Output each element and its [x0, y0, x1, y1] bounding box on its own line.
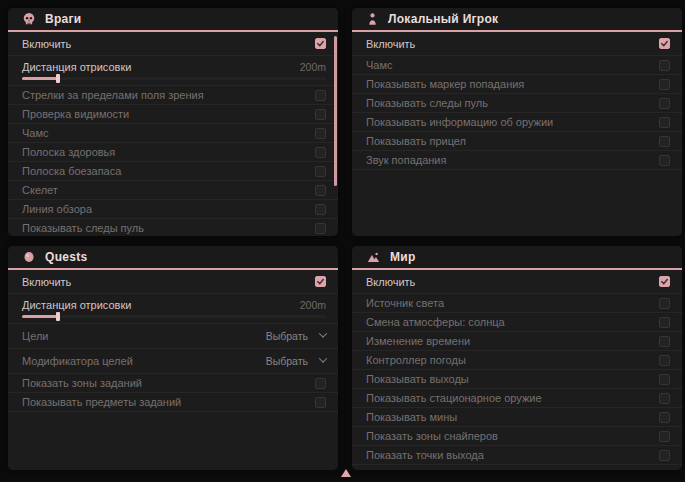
checkbox[interactable]: [315, 397, 326, 408]
row-toggle[interactable]: Показать зоны снайперов: [352, 427, 682, 446]
row-toggle[interactable]: Показывать информацию об оружии: [352, 113, 682, 132]
row-toggle[interactable]: Изменение времени: [352, 332, 682, 351]
panel-enemies: Враги ВключитьДистанция отрисовки200mСтр…: [8, 8, 338, 236]
checkbox[interactable]: [659, 355, 670, 366]
row-label: Показывать стационарное оружие: [366, 392, 542, 404]
checkbox[interactable]: [315, 128, 326, 139]
row-label: Показывать информацию об оружии: [366, 116, 553, 128]
row-label: Полоска боезапаса: [22, 165, 121, 177]
checkbox[interactable]: [659, 136, 670, 147]
checkbox[interactable]: [315, 204, 326, 215]
row-toggle[interactable]: Показывать мины: [352, 408, 682, 427]
checkbox[interactable]: [659, 298, 670, 309]
row-label: Показывать следы пуль: [22, 222, 144, 234]
row-toggle[interactable]: Показывать следы пуль: [352, 94, 682, 113]
mountain-icon: [366, 251, 381, 264]
row-label: Показывать предметы заданий: [22, 396, 181, 408]
row-toggle[interactable]: Показать точки выхода: [352, 446, 682, 465]
row-slider[interactable]: Дистанция отрисовки200m: [8, 294, 338, 324]
row-toggle[interactable]: Показывать предметы заданий: [8, 393, 338, 412]
panel-body: ВключитьИсточник светаСмена атмосферы: с…: [352, 270, 682, 465]
row-toggle[interactable]: Скелет: [8, 181, 338, 200]
row-label: Включить: [22, 276, 71, 288]
checkbox[interactable]: [315, 147, 326, 158]
scrollbar[interactable]: [334, 36, 337, 186]
row-label: Чамс: [366, 59, 393, 71]
row-toggle[interactable]: Показывать стационарное оружие: [352, 389, 682, 408]
checkbox[interactable]: [659, 412, 670, 423]
checkbox[interactable]: [315, 276, 326, 287]
checkbox[interactable]: [659, 98, 670, 109]
row-label: Показать зоны заданий: [22, 377, 142, 389]
row-toggle[interactable]: Показывать выходы: [352, 370, 682, 389]
checkbox[interactable]: [659, 38, 670, 49]
slider-handle[interactable]: [56, 312, 60, 321]
row-toggle[interactable]: Источник света: [352, 294, 682, 313]
quest-icon: [22, 250, 36, 264]
slider[interactable]: [22, 315, 326, 318]
checkbox[interactable]: [659, 374, 670, 385]
checkbox[interactable]: [659, 276, 670, 287]
row-toggle[interactable]: Показать зоны заданий: [8, 374, 338, 393]
panel-body: ВключитьДистанция отрисовки200mСтрелки з…: [8, 32, 338, 236]
row-toggle[interactable]: Включить: [8, 32, 338, 56]
checkbox[interactable]: [659, 336, 670, 347]
checkbox[interactable]: [659, 393, 670, 404]
row-toggle[interactable]: Линия обзора: [8, 200, 338, 219]
row-toggle[interactable]: Показывать прицел: [352, 132, 682, 151]
dropdown[interactable]: Выбрать: [266, 355, 326, 367]
checkbox[interactable]: [659, 117, 670, 128]
row-select[interactable]: ЦелиВыбрать: [8, 324, 338, 349]
panels-grid: Враги ВключитьДистанция отрисовки200mСтр…: [8, 8, 677, 470]
row-select[interactable]: Модификатора целейВыбрать: [8, 349, 338, 374]
row-toggle[interactable]: Показывать маркер попадания: [352, 75, 682, 94]
row-toggle[interactable]: Смена атмосферы: солнца: [352, 313, 682, 332]
slider[interactable]: [22, 77, 326, 80]
checkbox[interactable]: [315, 378, 326, 389]
row-toggle[interactable]: Контроллер погоды: [352, 351, 682, 370]
checkbox[interactable]: [315, 166, 326, 177]
checkbox[interactable]: [315, 223, 326, 234]
slider-handle[interactable]: [56, 74, 60, 83]
panel-quests: Quests ВключитьДистанция отрисовки200mЦе…: [8, 246, 338, 470]
row-toggle[interactable]: Полоска здоровья: [8, 143, 338, 162]
row-toggle[interactable]: Включить: [352, 32, 682, 56]
row-toggle[interactable]: Стрелки за пределами поля зрения: [8, 86, 338, 105]
dropdown-value: Выбрать: [266, 330, 308, 342]
row-label: Звук попадания: [366, 154, 446, 166]
row-slider[interactable]: Дистанция отрисовки200m: [8, 56, 338, 86]
panel-local-player: Локальный Игрок ВключитьЧамсПоказывать м…: [352, 8, 682, 236]
row-toggle[interactable]: Включить: [352, 270, 682, 294]
row-label: Стрелки за пределами поля зрения: [22, 89, 204, 101]
checkbox[interactable]: [659, 450, 670, 461]
row-label: Изменение времени: [366, 335, 470, 347]
row-toggle[interactable]: Показывать следы пуль: [8, 219, 338, 236]
row-label: Показать точки выхода: [366, 449, 484, 461]
checkbox[interactable]: [315, 109, 326, 120]
row-label: Проверка видимости: [22, 108, 129, 120]
checkbox[interactable]: [659, 60, 670, 71]
checkbox[interactable]: [315, 90, 326, 101]
dropdown[interactable]: Выбрать: [266, 330, 326, 342]
row-toggle[interactable]: Проверка видимости: [8, 105, 338, 124]
panel-world: Мир ВключитьИсточник светаСмена атмосфер…: [352, 246, 682, 470]
row-label: Показать зоны снайперов: [366, 430, 498, 442]
checkbox[interactable]: [659, 431, 670, 442]
row-toggle[interactable]: Чамс: [8, 124, 338, 143]
panel-body: ВключитьЧамсПоказывать маркер попаданияП…: [352, 32, 682, 170]
checkbox[interactable]: [315, 185, 326, 196]
row-toggle[interactable]: Включить: [8, 270, 338, 294]
row-toggle[interactable]: Звук попадания: [352, 151, 682, 170]
row-label: Показывать прицел: [366, 135, 466, 147]
dropdown-value: Выбрать: [266, 355, 308, 367]
checkbox[interactable]: [659, 155, 670, 166]
checkbox[interactable]: [659, 317, 670, 328]
checkbox[interactable]: [659, 79, 670, 90]
row-label: Цели: [22, 330, 48, 342]
check-icon: [660, 277, 669, 286]
row-label: Полоска здоровья: [22, 146, 115, 158]
check-icon: [316, 39, 325, 48]
row-toggle[interactable]: Полоска боезапаса: [8, 162, 338, 181]
row-toggle[interactable]: Чамс: [352, 56, 682, 75]
checkbox[interactable]: [315, 38, 326, 49]
